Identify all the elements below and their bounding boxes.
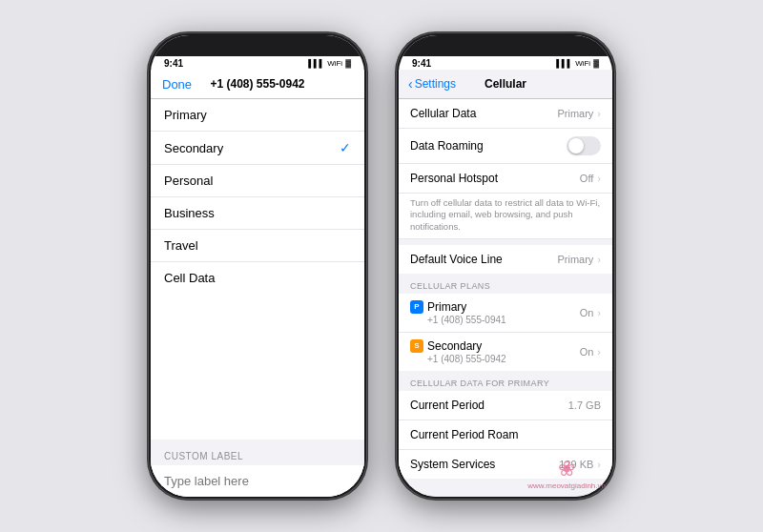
current-period-row[interactable]: Current Period 1.7 GB bbox=[399, 391, 612, 420]
plan-primary-value: On › bbox=[580, 307, 601, 318]
label-celldata-text: Cell Data bbox=[164, 271, 215, 285]
wifi-icon-2: WiFi bbox=[575, 59, 590, 68]
status-bar-2: 9:41 ▌▌▌ WiFi ▓ bbox=[399, 56, 612, 70]
wifi-icon-1: WiFi bbox=[327, 59, 342, 68]
top-settings-group: Cellular Data Primary › Data Roaming bbox=[399, 99, 612, 239]
personal-hotspot-chevron: › bbox=[597, 173, 601, 184]
status-bar-1: 9:41 ▌▌▌ WiFi ▓ bbox=[151, 56, 364, 70]
current-period-roam-label: Current Period Roam bbox=[410, 428, 518, 441]
plan-secondary-name: Secondary bbox=[427, 339, 506, 353]
label-celldata[interactable]: Cell Data bbox=[151, 262, 364, 294]
current-period-label: Current Period bbox=[410, 399, 485, 412]
battery-icon-1: ▓ bbox=[345, 59, 351, 68]
screen-1: Done +1 (408) 555-0942 Primary Secondary… bbox=[151, 70, 364, 497]
label-secondary-text: Secondary bbox=[164, 141, 223, 155]
current-period-roam-row[interactable]: Current Period Roam bbox=[399, 420, 612, 450]
signal-icon-2: ▌▌▌ bbox=[556, 59, 572, 68]
notch-area-2: 9:41 ▌▌▌ WiFi ▓ bbox=[399, 35, 612, 70]
plan-primary-number: +1 (408) 555-0941 bbox=[427, 315, 506, 325]
cellular-data-value: Primary › bbox=[557, 108, 601, 119]
status-time-1: 9:41 bbox=[164, 58, 183, 69]
label-personal-text: Personal bbox=[164, 174, 213, 188]
nav-title-2: Cellular bbox=[485, 77, 526, 91]
label-primary[interactable]: Primary bbox=[151, 99, 364, 132]
plan-primary-left: P Primary +1 (408) 555-0941 bbox=[410, 300, 506, 325]
done-button[interactable]: Done bbox=[162, 77, 192, 92]
label-travel[interactable]: Travel bbox=[151, 230, 364, 262]
data-roaming-row[interactable]: Data Roaming bbox=[399, 129, 612, 164]
plan-secondary-row[interactable]: S Secondary +1 (408) 555-0942 On › bbox=[399, 333, 612, 371]
phone-1: 9:41 ▌▌▌ WiFi ▓ Done +1 (408) 555-0942 P… bbox=[148, 32, 367, 500]
plan-secondary-chevron: › bbox=[597, 346, 601, 358]
cellular-data-label: Cellular Data bbox=[410, 107, 476, 120]
plan-primary-name: Primary bbox=[427, 300, 506, 314]
nav-bar-1: Done +1 (408) 555-0942 bbox=[151, 70, 364, 99]
cellular-plans-header: CELLULAR PLANS bbox=[399, 274, 612, 294]
toggle-knob bbox=[568, 138, 584, 153]
status-icons-2: ▌▌▌ WiFi ▓ bbox=[556, 59, 599, 68]
plan-secondary-number: +1 (408) 555-0942 bbox=[427, 354, 506, 364]
label-secondary[interactable]: Secondary ✓ bbox=[151, 132, 364, 165]
signal-icon-1: ▌▌▌ bbox=[308, 59, 324, 68]
cellular-info-text: Turn off cellular data to restrict all d… bbox=[399, 194, 612, 239]
plan-secondary-left: S Secondary +1 (408) 555-0942 bbox=[410, 339, 506, 364]
custom-label-input[interactable] bbox=[151, 465, 364, 497]
cellular-data-row[interactable]: Cellular Data Primary › bbox=[399, 99, 612, 129]
lotus-icon: ❀ bbox=[558, 457, 575, 481]
voice-line-group: Default Voice Line Primary › bbox=[399, 245, 612, 274]
plan-secondary-badge: S bbox=[410, 339, 423, 353]
battery-icon-2: ▓ bbox=[593, 59, 599, 68]
notch-area-1: 9:41 ▌▌▌ WiFi ▓ bbox=[151, 35, 364, 70]
cellular-data-primary-header: CELLULAR DATA FOR PRIMARY bbox=[399, 371, 612, 391]
back-button[interactable]: ‹ Settings bbox=[408, 76, 456, 92]
back-label: Settings bbox=[415, 77, 456, 91]
settings-list: Cellular Data Primary › Data Roaming bbox=[399, 99, 612, 497]
plan-secondary-value: On › bbox=[580, 346, 601, 358]
personal-hotspot-value: Off › bbox=[580, 173, 601, 184]
default-voice-chevron: › bbox=[597, 254, 601, 265]
nav-title-1: +1 (408) 555-0942 bbox=[210, 77, 304, 91]
default-voice-row[interactable]: Default Voice Line Primary › bbox=[399, 245, 612, 274]
custom-section: CUSTOM LABEL bbox=[151, 447, 364, 497]
system-services-label: System Services bbox=[410, 458, 495, 471]
plan-primary-chevron: › bbox=[597, 307, 601, 318]
cellular-data-chevron: › bbox=[597, 108, 601, 119]
cellular-plans-group: P Primary +1 (408) 555-0941 On › bbox=[399, 294, 612, 371]
personal-hotspot-row[interactable]: Personal Hotspot Off › bbox=[399, 164, 612, 194]
data-roaming-label: Data Roaming bbox=[410, 139, 484, 153]
data-roaming-toggle[interactable] bbox=[567, 136, 601, 155]
plan-primary-info: Primary +1 (408) 555-0941 bbox=[427, 300, 506, 325]
label-list: Primary Secondary ✓ Personal Business Tr… bbox=[151, 99, 364, 440]
label-primary-text: Primary bbox=[164, 108, 207, 122]
selected-checkmark: ✓ bbox=[340, 140, 351, 155]
label-personal[interactable]: Personal bbox=[151, 165, 364, 197]
notch-2 bbox=[453, 35, 558, 56]
screen-2: ‹ Settings Cellular Cellular Data Primar… bbox=[399, 70, 612, 497]
status-time-2: 9:41 bbox=[412, 58, 431, 69]
default-voice-value: Primary › bbox=[557, 254, 601, 265]
label-business-text: Business bbox=[164, 206, 215, 220]
watermark-url: www.meovatgiadinh.vn bbox=[527, 481, 606, 490]
phone-2: 9:41 ▌▌▌ WiFi ▓ ‹ Settings Cellular bbox=[396, 32, 615, 500]
back-chevron-icon: ‹ bbox=[408, 76, 413, 92]
current-period-value: 1.7 GB bbox=[568, 399, 601, 411]
label-business[interactable]: Business bbox=[151, 197, 364, 230]
plan-secondary-info: Secondary +1 (408) 555-0942 bbox=[427, 339, 506, 364]
label-travel-text: Travel bbox=[164, 238, 198, 253]
plan-primary-badge: P bbox=[410, 300, 423, 314]
personal-hotspot-label: Personal Hotspot bbox=[410, 172, 498, 185]
status-icons-1: ▌▌▌ WiFi ▓ bbox=[308, 59, 351, 68]
notch-1 bbox=[205, 35, 310, 56]
nav-bar-2: ‹ Settings Cellular bbox=[399, 70, 612, 99]
plan-primary-row[interactable]: P Primary +1 (408) 555-0941 On › bbox=[399, 294, 612, 333]
watermark: ❀ www.meovatgiadinh.vn bbox=[527, 457, 606, 490]
custom-label-header: CUSTOM LABEL bbox=[151, 447, 364, 465]
default-voice-label: Default Voice Line bbox=[410, 253, 503, 266]
